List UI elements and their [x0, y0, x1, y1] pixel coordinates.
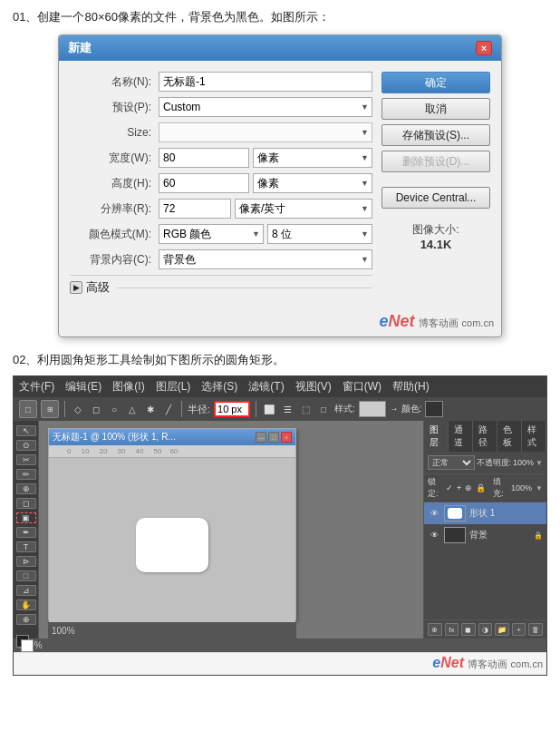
- tool-crop[interactable]: ✂: [16, 454, 36, 465]
- canvas-maximize-btn[interactable]: □: [268, 432, 279, 443]
- advanced-toggle[interactable]: ▶: [70, 281, 82, 294]
- tab-paths[interactable]: 路径: [473, 421, 497, 452]
- toolbar-separator-3: [256, 401, 256, 417]
- lock-label: 锁定:: [428, 476, 442, 500]
- tool-lasso[interactable]: ⊙: [16, 440, 36, 451]
- background-color[interactable]: [21, 639, 34, 652]
- width-group: 像素 ▼: [159, 148, 372, 168]
- tool-zoom[interactable]: ⊕: [16, 614, 36, 625]
- height-label: 高度(H):: [70, 176, 151, 191]
- toolbar-icon-10: □: [316, 402, 331, 416]
- size-select-wrapper: ▼: [159, 122, 372, 142]
- height-unit-select[interactable]: 像素: [253, 173, 372, 193]
- size-select: [159, 122, 372, 142]
- preset-select[interactable]: Custom: [159, 97, 372, 117]
- color-swatch[interactable]: [425, 401, 443, 417]
- rounded-rect-shape: [136, 518, 208, 572]
- enet-domain: 博客动画 com.cn: [419, 317, 494, 328]
- enet-net-text: Net: [388, 312, 414, 330]
- device-central-button[interactable]: Device Central...: [381, 187, 490, 209]
- dialog-right-buttons: 确定 取消 存储预设(S)... 删除预设(D)... Device Centr…: [381, 72, 490, 299]
- tab-swatches[interactable]: 色板: [497, 421, 522, 452]
- tool-path[interactable]: ⊳: [16, 556, 36, 567]
- delete-preset-button[interactable]: 删除预设(D)...: [381, 151, 490, 172]
- tab-layers[interactable]: 图层: [424, 421, 449, 452]
- background-select[interactable]: 背景色: [159, 249, 372, 269]
- tool-select[interactable]: ↖: [16, 425, 36, 436]
- layers-adj-btn[interactable]: ◑: [478, 623, 493, 636]
- name-input[interactable]: [159, 72, 372, 92]
- lock-icon-4[interactable]: 🔒: [476, 483, 486, 492]
- layers-blend-opacity: 正常 不透明度: 100% ▼: [424, 452, 546, 474]
- layers-link-btn[interactable]: ⊕: [428, 623, 442, 636]
- resolution-group: 像素/英寸 ▼: [159, 199, 372, 219]
- toolbar-icon-8: ☰: [280, 402, 294, 416]
- tab-styles[interactable]: 样式: [522, 421, 546, 452]
- page-content: 01、创建一个80×60像素的文件，背景色为黑色。如图所示： 新建 × 名称(N…: [0, 0, 560, 685]
- radius-label: 半径:: [188, 403, 210, 416]
- lock-icon-2[interactable]: +: [457, 483, 461, 492]
- cancel-button[interactable]: 取消: [381, 98, 490, 120]
- ps-canvas-inner: [49, 458, 295, 632]
- ps-enet-net: Net: [440, 655, 464, 670]
- menu-file[interactable]: 文件(F): [19, 379, 54, 395]
- menu-filter[interactable]: 滤镜(T): [248, 379, 284, 395]
- canvas-close-btn[interactable]: ×: [281, 432, 292, 443]
- tool-eyedropper[interactable]: ⊿: [16, 585, 36, 596]
- toolbar-separator-2: [181, 401, 182, 417]
- advanced-label: 高级: [86, 279, 110, 296]
- lock-icon-3[interactable]: ⊕: [465, 483, 472, 492]
- ok-button[interactable]: 确定: [381, 72, 490, 93]
- tool-brush[interactable]: ✏: [16, 469, 36, 480]
- menu-edit[interactable]: 编辑(E): [65, 379, 101, 395]
- layers-new-btn[interactable]: +: [512, 623, 526, 636]
- toolbar-btn-1[interactable]: □: [19, 400, 37, 418]
- resolution-input[interactable]: [159, 199, 231, 219]
- tool-eraser[interactable]: ◻: [16, 498, 36, 509]
- canvas-minimize-btn[interactable]: —: [256, 432, 266, 443]
- tool-hand[interactable]: ✋: [16, 599, 36, 610]
- tool-pen[interactable]: ✒: [16, 527, 36, 538]
- toolbar-separator-1: [64, 401, 65, 417]
- resolution-unit-select[interactable]: 像素/英寸: [235, 199, 372, 219]
- radius-input[interactable]: [214, 401, 250, 417]
- height-input[interactable]: [159, 173, 249, 193]
- layer1-name: 形状 1: [469, 507, 543, 520]
- lock-icon-1[interactable]: ✓: [446, 483, 453, 492]
- bits-select[interactable]: 8 位: [267, 224, 372, 244]
- blend-mode-select[interactable]: 正常: [428, 455, 475, 470]
- colormode-select[interactable]: RGB 颜色: [159, 224, 264, 244]
- canvas-window-buttons: — □ ×: [256, 432, 292, 443]
- ps-toolbar: □ ⊞ ◇ ◻ ○ △ ✱ ╱ 半径: ⬜ ☰ ⬚ □ 样式: → 颜色:: [14, 397, 546, 421]
- layers-fx-btn[interactable]: fx: [445, 623, 459, 636]
- style-swatch[interactable]: [359, 401, 386, 417]
- save-preset-button[interactable]: 存储预设(S)...: [381, 124, 490, 146]
- image-size-label: 图像大小:: [381, 222, 490, 238]
- tool-shape-active[interactable]: ▣: [16, 512, 36, 523]
- height-row: 高度(H): 像素 ▼: [70, 173, 372, 193]
- layer-eye-bg[interactable]: 👁: [428, 529, 440, 541]
- tool-text[interactable]: T: [16, 541, 36, 552]
- menu-select[interactable]: 选择(S): [201, 379, 237, 395]
- dialog-close-button[interactable]: ×: [476, 41, 492, 55]
- layers-group-btn[interactable]: 📁: [495, 623, 509, 636]
- layers-delete-btn[interactable]: 🗑: [528, 623, 543, 636]
- width-unit-select[interactable]: 像素: [253, 148, 372, 168]
- menu-image[interactable]: 图像(I): [112, 379, 144, 395]
- toolbar-icon-5: ✱: [143, 402, 158, 416]
- width-input[interactable]: [159, 148, 249, 168]
- name-row: 名称(N):: [70, 72, 372, 92]
- menu-help[interactable]: 帮助(H): [392, 379, 430, 395]
- tool-3d[interactable]: □: [16, 570, 36, 581]
- layer-eye-shape[interactable]: 👁: [428, 507, 440, 520]
- menu-window[interactable]: 窗口(W): [343, 379, 381, 395]
- layer-item-shape[interactable]: 👁 形状 1: [424, 502, 546, 524]
- menu-layer[interactable]: 图层(L): [156, 379, 191, 395]
- layer-item-background[interactable]: 👁 背景 🔒: [424, 524, 546, 546]
- tool-clone[interactable]: ⊕: [16, 483, 36, 494]
- tab-channels[interactable]: 通道: [449, 421, 473, 452]
- layers-mask-btn[interactable]: ◼: [461, 623, 476, 636]
- toolbar-btn-2[interactable]: ⊞: [41, 400, 59, 418]
- layers-footer: ⊕ fx ◼ ◑ 📁 + 🗑: [424, 619, 546, 638]
- menu-view[interactable]: 视图(V): [295, 379, 332, 395]
